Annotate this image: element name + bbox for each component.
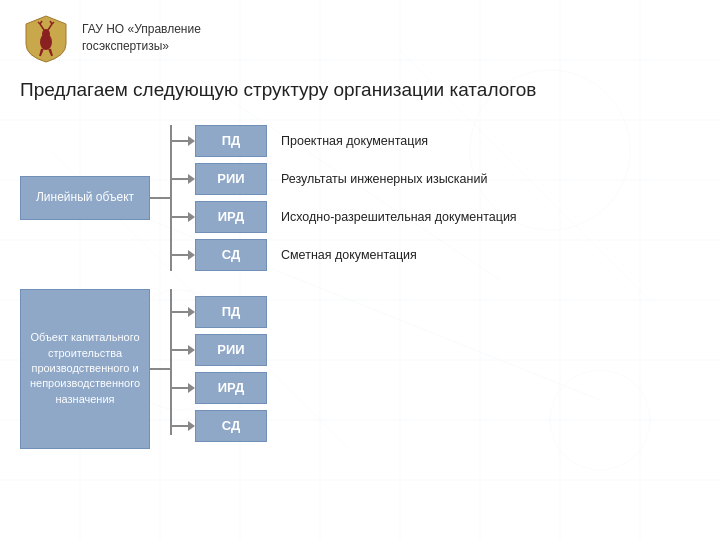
section2-left-box: Объект капитального строительства произв… <box>20 289 150 449</box>
section1-vline <box>170 125 172 271</box>
org-name: ГАУ НО «Управление госэкспертизы» <box>82 21 201 55</box>
section1-code-2: ИРД <box>195 201 267 233</box>
section1-desc-1: Результаты инженерных изысканий <box>267 172 497 186</box>
section1-code-1: РИИ <box>195 163 267 195</box>
section1-row: Линейный объект ПД Проектная документаци… <box>20 125 700 271</box>
section2-item-2: ИРД <box>172 372 267 404</box>
main-content: ГАУ НО «Управление госэкспертизы» Предла… <box>0 0 720 461</box>
header: ГАУ НО «Управление госэкспертизы» <box>20 12 700 64</box>
section1-item-0: ПД Проектная документация <box>172 125 517 157</box>
section1-desc-2: Исходно-разрешительная документация <box>267 210 517 224</box>
section2-item-3: СД <box>172 410 267 442</box>
svg-point-24 <box>42 29 50 39</box>
section2-code-3: СД <box>195 410 267 442</box>
section1-code-0: ПД <box>195 125 267 157</box>
section1-branches: ПД Проектная документация РИИ Результаты… <box>172 125 517 271</box>
section2-branches: ПД РИИ ИРД СД <box>172 296 267 442</box>
section1-left-box: Линейный объект <box>20 176 150 220</box>
section1-desc-3: Сметная документация <box>267 248 497 262</box>
section2-code-0: ПД <box>195 296 267 328</box>
page-title: Предлагаем следующую структуру организац… <box>20 78 700 103</box>
section2-row: Объект капитального строительства произв… <box>20 289 700 449</box>
section2-item-1: РИИ <box>172 334 267 366</box>
section1-item-3: СД Сметная документация <box>172 239 517 271</box>
section2-item-0: ПД <box>172 296 267 328</box>
section1-desc-0: Проектная документация <box>267 134 497 148</box>
section2-code-1: РИИ <box>195 334 267 366</box>
section1-code-3: СД <box>195 239 267 271</box>
section1-item-1: РИИ Результаты инженерных изысканий <box>172 163 517 195</box>
section1-item-2: ИРД Исходно-разрешительная документация <box>172 201 517 233</box>
section2-code-2: ИРД <box>195 372 267 404</box>
logo <box>20 12 72 64</box>
